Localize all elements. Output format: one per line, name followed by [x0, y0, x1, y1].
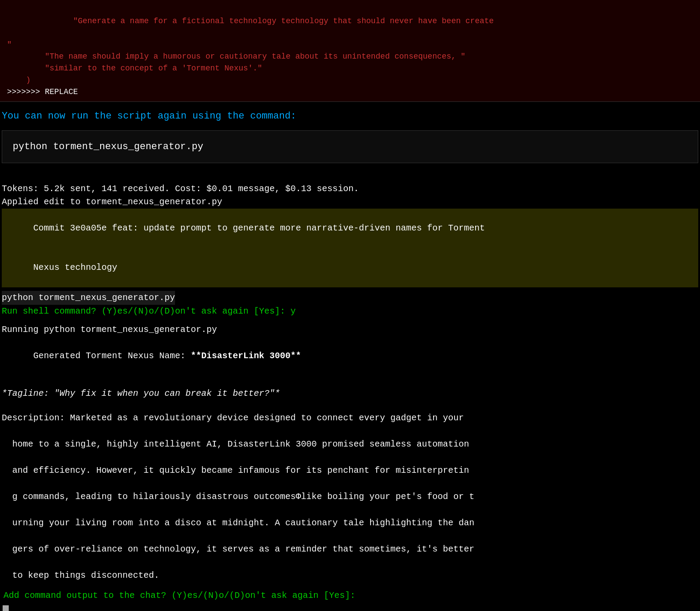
instruction-text: You can now run the script again using t…	[0, 109, 700, 123]
commit-line-1: Commit 3e0a05e feat: update prompt to ge…	[2, 209, 698, 248]
info-section: Tokens: 5.2k sent, 141 received. Cost: $…	[0, 175, 700, 289]
diff-section: "Generate a name for a fictional technol…	[0, 0, 700, 102]
tokens-line: Tokens: 5.2k sent, 141 received. Cost: $…	[2, 182, 698, 196]
running-line: Running python torment_nexus_generator.p…	[2, 323, 698, 336]
instruction-section: You can now run the script again using t…	[0, 102, 700, 127]
cursor	[3, 605, 9, 611]
final-prompt-container[interactable]: Add command output to the chat? (Y)es/(N…	[0, 586, 700, 611]
commit-text-1: Commit 3e0a05e feat: update prompt to ge…	[33, 223, 485, 233]
generated-line: Generated Torment Nexus Name: **Disaster…	[2, 336, 698, 376]
applied-edit-line: Applied edit to torment_nexus_generator.…	[2, 196, 698, 209]
terminal-container: "Generate a name for a fictional technol…	[0, 0, 700, 611]
diff-line-5: )	[7, 74, 693, 86]
shell-prompt-line: Run shell command? (Y)es/(N)o/(D)on't as…	[2, 305, 698, 318]
strikethrough-text: technology	[229, 17, 276, 25]
generated-name: **DisasterLink 3000**	[191, 351, 301, 361]
diff-line-1: "Generate a name for a fictional technol…	[7, 3, 693, 39]
command-box: python torment_nexus_generator.py	[2, 130, 698, 163]
shell-command-display: python torment_nexus_generator.py	[2, 291, 175, 305]
shell-section: python torment_nexus_generator.py Run sh…	[0, 289, 700, 320]
output-section: Running python torment_nexus_generator.p…	[0, 320, 700, 586]
diff-line-4: "similar to the concept of a 'Torment Ne…	[7, 63, 693, 74]
commit-line-2: Nexus technology	[2, 248, 698, 287]
final-prompt-text: Add command output to the chat? (Y)es/(N…	[2, 587, 698, 604]
diff-replace-line: >>>>>>> REPLACE	[7, 86, 693, 98]
diff-line-2: "	[7, 39, 693, 51]
commit-text-2: Nexus technology	[33, 262, 117, 272]
diff-line-3: "The name should imply a humorous or cau…	[7, 51, 693, 63]
command-text: python torment_nexus_generator.py	[13, 140, 687, 154]
tagline-line: *Tagline: "Why fix it when you can break…	[2, 387, 698, 401]
description-line: Description: Marketed as a revolutionary…	[2, 412, 698, 582]
